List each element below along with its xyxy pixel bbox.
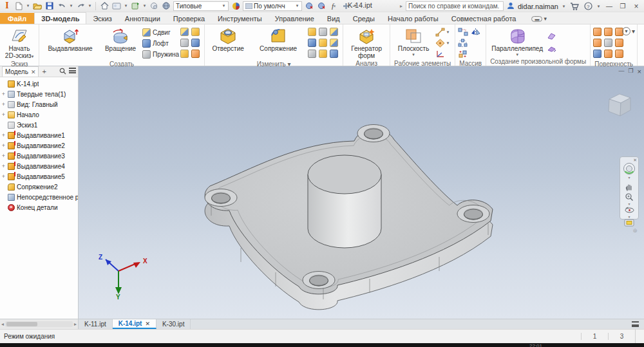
browser-horizontal-scrollbar[interactable]: ◂ ▸ <box>0 319 79 329</box>
tab-sketch[interactable]: Эскиз <box>86 13 118 24</box>
new-file-dropdown[interactable]: ▾ <box>26 3 30 8</box>
expander-icon[interactable]: + <box>1 163 6 169</box>
browser-search-icon[interactable] <box>59 68 66 76</box>
import-icon[interactable] <box>191 39 200 47</box>
expander-icon[interactable]: + <box>1 153 6 159</box>
appearance-select[interactable]: По умолчч▾ <box>243 1 302 11</box>
freeform-face-button[interactable] <box>547 31 556 41</box>
user-menu-dropdown[interactable]: ▾ <box>562 4 566 9</box>
minimize-button[interactable]: — <box>604 3 614 10</box>
material-select[interactable]: Типовые▾ <box>173 1 229 11</box>
plane-button[interactable]: Плоскость ▾ <box>393 26 434 57</box>
tab-view[interactable]: Вид <box>321 13 346 24</box>
scrollbar-thumb[interactable] <box>6 322 37 326</box>
tab-file[interactable]: Файл <box>0 13 34 24</box>
sculpt-surface-icon[interactable] <box>604 39 612 47</box>
part-3d-view[interactable] <box>79 66 644 319</box>
open-file-icon[interactable] <box>32 1 43 11</box>
tab-inspect[interactable]: Проверка <box>167 13 211 24</box>
signed-in-user[interactable]: didar.naiman <box>518 3 558 10</box>
tree-item-extrusion2[interactable]: +Выдавливание2 <box>1 140 78 151</box>
update-icon[interactable] <box>130 1 140 11</box>
scroll-left-icon[interactable]: ◂ <box>1 321 4 327</box>
decal-icon[interactable] <box>180 39 189 47</box>
shape-generator-button[interactable]: Генератор форм <box>346 26 387 59</box>
freeform-box-button[interactable]: Параллелепипед ▾ <box>489 26 545 57</box>
expander-icon[interactable]: + <box>1 101 6 108</box>
extrude-button[interactable]: Выдавливание <box>42 26 99 52</box>
browser-menu-icon[interactable] <box>69 68 76 73</box>
stitch-surface-icon[interactable] <box>593 28 601 36</box>
delete-surface-icon[interactable] <box>615 50 623 58</box>
update-dropdown[interactable]: ▾ <box>142 3 147 8</box>
tree-item-extrusion1[interactable]: +Выдавливание1 <box>1 130 78 140</box>
group-label-freeform[interactable]: Создание произвольной формы <box>488 58 589 66</box>
sketch-pattern-button[interactable] <box>458 49 469 59</box>
hole-button[interactable]: Отверстие <box>207 26 249 52</box>
help-search-input[interactable]: Поиск по справке и командам. <box>406 1 504 11</box>
orbit-icon[interactable] <box>625 206 634 216</box>
tree-item-end-of-part[interactable]: Конец детали <box>1 202 78 212</box>
close-button[interactable]: × <box>631 2 641 11</box>
tree-item-solid-bodies[interactable]: +Твердые тела(1) <box>1 89 78 99</box>
render-icon[interactable] <box>111 1 122 11</box>
revolve-button[interactable]: Вращение <box>100 26 141 52</box>
coil-button[interactable]: Пружина <box>142 49 179 59</box>
tab-annotate[interactable]: Аннотации <box>118 13 167 24</box>
restore-button[interactable]: ❐ <box>618 3 628 10</box>
doc-tab-close-icon[interactable]: ✕ <box>145 321 150 327</box>
tab-environments[interactable]: Среды <box>346 13 381 24</box>
ruled-surface-icon[interactable] <box>593 50 601 58</box>
patch-surface-icon[interactable] <box>604 28 612 36</box>
steering-wheel-icon[interactable] <box>623 162 636 176</box>
sweep-button[interactable]: Сдвиг <box>142 27 179 37</box>
measure-icon[interactable] <box>149 1 159 11</box>
inventor-logo-icon[interactable]: I <box>3 1 12 11</box>
view-cube[interactable] <box>604 89 635 124</box>
draft-icon[interactable] <box>330 39 338 47</box>
ribbon-display-toggle[interactable]: ▬▾ <box>531 15 547 24</box>
loft-button[interactable]: Лофт <box>142 38 179 48</box>
derive-icon[interactable] <box>180 50 189 58</box>
tab-tools[interactable]: Инструменты <box>211 13 269 24</box>
start-2d-sketch-button[interactable]: Начать 2D-эскиз▾ <box>3 26 36 60</box>
delete-face-icon[interactable] <box>330 50 338 58</box>
rectangular-pattern-button[interactable] <box>458 27 469 37</box>
replace-face-icon[interactable] <box>615 39 623 47</box>
tree-item-extrusion3[interactable]: +Выдавливание3 <box>1 151 78 161</box>
tree-item-sketch1[interactable]: Эскиз1 <box>1 120 78 130</box>
undo-dropdown[interactable]: ▾ <box>69 3 73 8</box>
split-icon[interactable] <box>308 39 316 47</box>
freeform-convert-button[interactable] <box>547 44 556 54</box>
pan-icon[interactable] <box>625 182 634 192</box>
circular-pattern-button[interactable] <box>458 38 469 48</box>
ucs-button[interactable] <box>435 49 450 59</box>
app-store-cart-icon[interactable] <box>569 1 580 11</box>
globe-icon[interactable] <box>161 1 171 11</box>
thread-icon[interactable] <box>319 28 327 36</box>
color-wheel-icon[interactable] <box>231 1 241 11</box>
move-face-icon[interactable] <box>319 50 327 58</box>
unwrap-icon[interactable] <box>191 50 200 58</box>
new-file-icon[interactable] <box>14 1 24 11</box>
save-icon[interactable] <box>44 1 55 11</box>
navbar-customize-icon[interactable]: ◎ <box>633 228 637 233</box>
expander-icon[interactable]: + <box>1 142 6 149</box>
expander-icon[interactable]: + <box>1 91 6 97</box>
tab-collaborate[interactable]: Совместная работа <box>445 13 523 24</box>
expander-icon[interactable]: + <box>1 111 6 118</box>
expander-icon[interactable]: + <box>1 132 6 138</box>
help-icon[interactable]: ? <box>583 1 593 11</box>
doc-tab-k30[interactable]: K-30.ipt <box>156 319 191 329</box>
look-at-icon[interactable] <box>624 219 634 228</box>
tab-manage[interactable]: Управление <box>269 13 321 24</box>
zoom-icon[interactable] <box>625 192 634 203</box>
tree-item-fillet2[interactable]: Сопряжение2 <box>1 182 78 192</box>
tab-list-menu-icon[interactable] <box>627 319 644 329</box>
ribbon-appearance-menu[interactable]: ▼▾ <box>622 27 635 35</box>
stress-analysis-button[interactable]: Анализ напряжений <box>640 26 644 59</box>
doc-tab-k14[interactable]: K-14.ipt✕ <box>113 319 156 329</box>
shell-icon[interactable] <box>330 28 338 36</box>
undo-icon[interactable] <box>57 1 67 11</box>
work-axis-button[interactable]: ▾ <box>435 27 450 37</box>
